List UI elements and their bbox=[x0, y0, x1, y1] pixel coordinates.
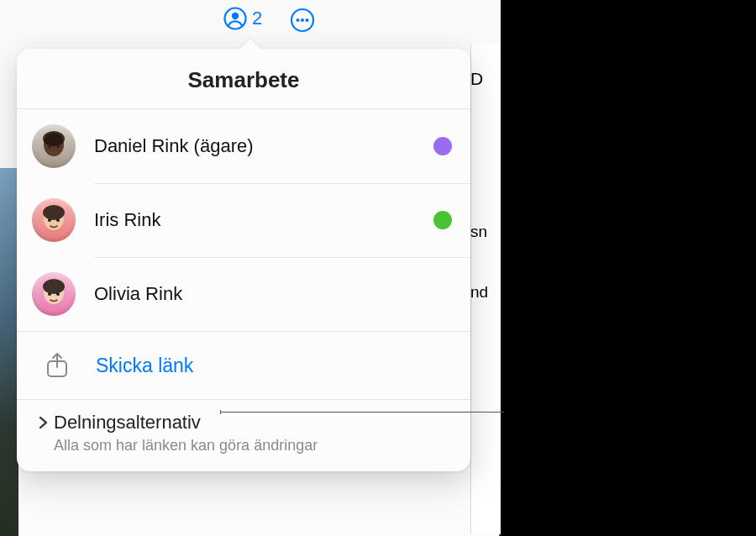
participant-row[interactable]: Olivia Rink bbox=[17, 257, 470, 331]
svg-point-15 bbox=[43, 279, 65, 294]
participant-name: Daniel Rink (ägare) bbox=[94, 135, 433, 157]
avatar bbox=[32, 272, 76, 316]
svg-point-16 bbox=[48, 292, 51, 296]
svg-point-11 bbox=[43, 205, 65, 220]
presence-dot bbox=[433, 211, 452, 229]
sharing-options-subtitle: Alla som har länken kan göra ändringar bbox=[35, 437, 452, 455]
svg-point-17 bbox=[56, 292, 60, 296]
participant-row[interactable]: Daniel Rink (ägare) bbox=[17, 109, 470, 183]
presence-dot bbox=[433, 137, 452, 155]
sidebar-strip bbox=[470, 30, 501, 534]
toolbar: 2 bbox=[0, 0, 501, 44]
participant-list: Daniel Rink (ägare)Iris RinkOlivia Rink bbox=[17, 109, 470, 331]
collaboration-popover: Samarbete Daniel Rink (ägare)Iris RinkOl… bbox=[17, 49, 470, 471]
share-icon bbox=[40, 349, 74, 382]
svg-point-5 bbox=[306, 18, 309, 22]
bg-letter: D bbox=[470, 69, 483, 89]
send-link-row[interactable]: Skicka länk bbox=[17, 331, 470, 399]
bg-fragment: sn bbox=[470, 223, 487, 241]
avatar bbox=[32, 124, 76, 168]
sharing-options-row[interactable]: Delningsalternativ Alla som har länken k… bbox=[17, 399, 470, 471]
collaboration-button[interactable]: 2 bbox=[223, 7, 262, 30]
person-icon bbox=[223, 7, 247, 30]
send-link-label: Skicka länk bbox=[96, 355, 193, 377]
chevron-right-icon bbox=[35, 415, 50, 430]
callout-leader-line bbox=[220, 412, 504, 413]
bg-fragment: nd bbox=[470, 283, 488, 302]
svg-point-8 bbox=[48, 145, 51, 148]
svg-point-9 bbox=[56, 145, 60, 148]
popover-title: Samarbete bbox=[17, 49, 470, 108]
participant-name: Iris Rink bbox=[94, 209, 433, 231]
collaboration-count: 2 bbox=[252, 8, 262, 29]
svg-point-4 bbox=[301, 18, 304, 22]
ellipsis-circle-icon bbox=[290, 8, 315, 33]
sharing-options-title: Delningsalternativ bbox=[54, 412, 201, 434]
svg-point-7 bbox=[43, 131, 65, 146]
document-background-image bbox=[0, 168, 18, 536]
app-window: D sn nd 2 Samarbete bbox=[0, 0, 501, 536]
avatar bbox=[32, 198, 76, 242]
more-button[interactable] bbox=[289, 7, 316, 34]
participant-row[interactable]: Iris Rink bbox=[17, 183, 470, 257]
svg-point-13 bbox=[56, 218, 60, 222]
svg-point-1 bbox=[232, 13, 239, 19]
svg-point-12 bbox=[48, 218, 51, 222]
participant-name: Olivia Rink bbox=[94, 283, 452, 305]
svg-point-3 bbox=[297, 18, 300, 22]
